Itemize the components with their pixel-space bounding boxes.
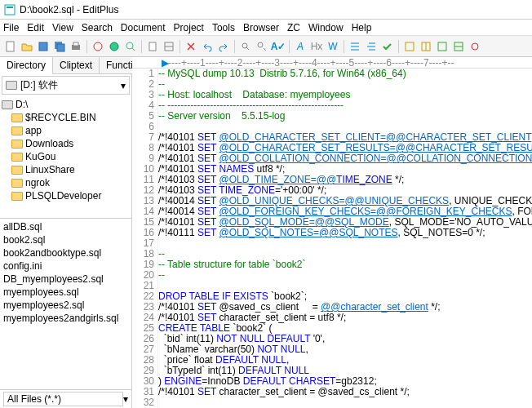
filter-select[interactable]: All Files (*.*) <box>3 392 123 406</box>
globe-icon[interactable] <box>107 39 122 54</box>
indent-left-icon[interactable] <box>348 39 362 54</box>
tree-item[interactable]: KuGou <box>2 150 130 163</box>
window4-icon[interactable] <box>451 39 466 54</box>
folder-icon <box>11 192 23 201</box>
spellcheck-icon[interactable]: A✓ <box>271 39 286 54</box>
document-icon[interactable] <box>145 39 160 54</box>
menu-search[interactable]: Search <box>82 22 113 33</box>
window1-icon[interactable] <box>402 39 417 54</box>
code-area[interactable]: 1234567891011121314151617181920212223242… <box>132 69 532 408</box>
tree-item[interactable]: ngrok <box>2 176 130 189</box>
folder-icon <box>11 179 23 188</box>
cut-icon[interactable] <box>184 39 198 54</box>
file-item[interactable]: book2.sql <box>3 233 128 246</box>
titlebar: D:\book2.sql - EditPlus <box>0 0 532 20</box>
tree-item[interactable]: LinuxShare <box>2 163 130 176</box>
menu-help[interactable]: Help <box>352 22 372 33</box>
undo-icon[interactable] <box>200 39 215 54</box>
folder-icon <box>11 153 23 162</box>
save-all-icon[interactable] <box>52 39 67 54</box>
tool-icon[interactable] <box>468 39 482 54</box>
folder-icon <box>11 113 23 122</box>
drive-selector[interactable]: [D:] 软件 ▾ <box>2 76 130 95</box>
svg-rect-7 <box>73 42 78 46</box>
folder-icon <box>11 166 23 175</box>
tree-item[interactable]: Downloads <box>2 137 130 150</box>
file-item[interactable]: book2andbooktype.sql <box>3 246 128 259</box>
menu-edit[interactable]: Edit <box>27 22 44 33</box>
svg-rect-5 <box>57 44 64 51</box>
svg-point-9 <box>110 42 118 51</box>
svg-point-24 <box>472 43 478 50</box>
toggle-icon[interactable] <box>162 39 176 54</box>
menu-file[interactable]: File <box>3 22 19 33</box>
find-icon[interactable] <box>238 39 253 54</box>
separator <box>86 40 87 53</box>
svg-rect-3 <box>39 42 47 51</box>
window3-icon[interactable] <box>435 39 450 54</box>
menu-document[interactable]: Document <box>121 22 166 33</box>
window2-icon[interactable] <box>419 39 433 54</box>
open-icon[interactable] <box>20 39 34 54</box>
tab-directory[interactable]: Directory <box>0 57 53 74</box>
separator <box>180 40 180 53</box>
svg-rect-21 <box>438 42 446 51</box>
menu-browser[interactable]: Browser <box>243 22 279 33</box>
save-icon[interactable] <box>36 39 51 54</box>
wrap-icon[interactable]: W <box>326 39 340 54</box>
toolbar: A✓ A Hx W <box>0 36 532 57</box>
svg-line-16 <box>246 47 249 50</box>
search-web-icon[interactable] <box>123 39 138 54</box>
sidebar: Directory Cliptext Functions [D:] 软件 ▾ D… <box>0 57 132 408</box>
tree-item[interactable]: app <box>2 124 130 137</box>
drive-label: [D:] 软件 <box>20 78 58 92</box>
check-icon[interactable] <box>380 39 395 54</box>
svg-line-11 <box>132 48 135 51</box>
hex-icon[interactable]: Hx <box>309 39 324 54</box>
file-item[interactable]: myemployees2andgirls.sql <box>3 312 128 325</box>
ruler: ▶----+----1----+----2----+----3----+----… <box>132 57 532 69</box>
separator <box>398 40 399 53</box>
svg-rect-0 <box>5 5 15 15</box>
indent-right-icon[interactable] <box>364 39 379 54</box>
svg-point-8 <box>94 42 102 51</box>
folder-icon <box>11 140 23 149</box>
file-item[interactable]: myemployees2.sql <box>3 299 128 312</box>
menu-zc[interactable]: ZC <box>287 22 300 33</box>
file-list[interactable]: allDB.sql book2.sql book2andbooktype.sql… <box>0 219 131 389</box>
tree-item[interactable]: PLSQLDeveloper <box>2 189 130 202</box>
chevron-down-icon[interactable]: ▾ <box>123 393 128 405</box>
tree-root[interactable]: D:\ <box>2 98 130 111</box>
svg-point-17 <box>258 42 263 47</box>
separator <box>289 40 290 53</box>
drive-icon <box>2 100 13 109</box>
new-file-icon[interactable] <box>3 39 18 54</box>
menu-view[interactable]: View <box>52 22 73 33</box>
menubar: File Edit View Search Document Project T… <box>0 20 532 36</box>
separator <box>344 40 344 53</box>
print-icon[interactable] <box>69 39 83 54</box>
tab-cliptext[interactable]: Cliptext <box>53 57 100 73</box>
menu-tools[interactable]: Tools <box>212 22 235 33</box>
separator <box>234 40 235 53</box>
browser-icon[interactable] <box>91 39 105 54</box>
svg-rect-1 <box>7 7 13 8</box>
separator <box>141 40 142 53</box>
folder-tree[interactable]: D:\ $RECYCLE.BIN app Downloads KuGou Lin… <box>0 96 131 219</box>
file-item[interactable]: myemployees.sql <box>3 286 128 299</box>
svg-rect-2 <box>7 42 14 51</box>
menu-project[interactable]: Project <box>174 22 204 33</box>
code-lines[interactable]: -- MySQL dump 10.13 Distrib 5.7.16, for … <box>158 69 532 408</box>
file-item[interactable]: allDB.sql <box>3 220 128 233</box>
chevron-down-icon: ▾ <box>121 80 126 91</box>
redo-icon[interactable] <box>216 39 231 54</box>
sidebar-tabs: Directory Cliptext Functions <box>0 57 131 74</box>
file-item[interactable]: config.ini <box>3 259 128 273</box>
app-icon <box>3 3 16 16</box>
svg-rect-18 <box>406 42 414 51</box>
file-item[interactable]: DB_myemployees2.sql <box>3 273 128 286</box>
find-next-icon[interactable] <box>255 39 269 54</box>
tree-item[interactable]: $RECYCLE.BIN <box>2 111 130 124</box>
font-a-icon[interactable]: A <box>293 39 308 54</box>
menu-window[interactable]: Window <box>308 22 344 33</box>
